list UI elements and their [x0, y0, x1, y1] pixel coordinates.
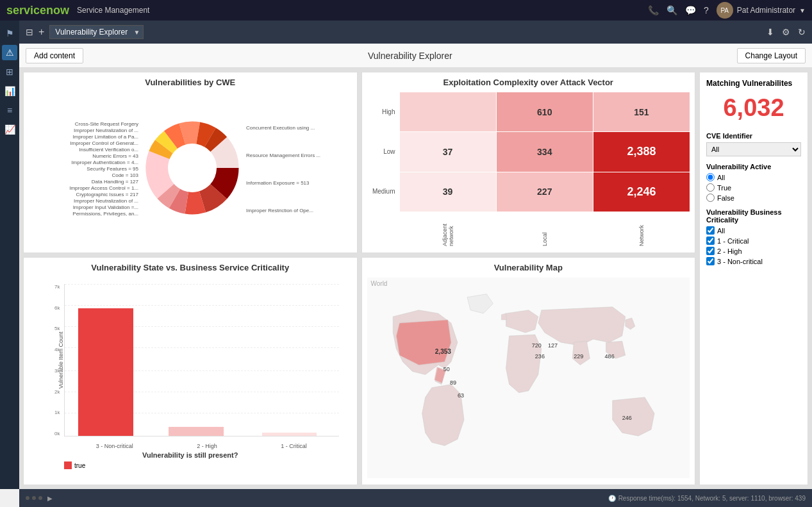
cell-low-net: 2,388: [593, 132, 690, 171]
check-noncritical[interactable]: [706, 257, 715, 265]
bar-chart-plot-area: [64, 284, 339, 436]
sidebar-icon-list[interactable]: ≡: [2, 103, 17, 118]
y-label-low: Low: [367, 148, 395, 155]
cwe-label-7: Improper Authentication = 4...: [29, 160, 138, 165]
radio-true-label[interactable]: True: [706, 183, 801, 192]
heatmap-x-labels: Adjacent network Local Network: [400, 214, 690, 246]
add-tab-icon[interactable]: +: [38, 26, 44, 38]
sidebar-icon-home[interactable]: ⚑: [2, 26, 17, 41]
active-filter-label: Vulnerability Active: [706, 163, 801, 170]
expand-icon[interactable]: ▶: [47, 495, 53, 502]
right-panel: Matching Vulnerabilites 6,032 CVE Identi…: [699, 72, 808, 485]
status-right: 🕐 Response time(ms): 1554, Network: 5, s…: [608, 495, 806, 502]
cwe-right-label-4: Improper Restriction of Ope...: [246, 208, 320, 213]
cwe-chart-body: Cross-Site Request Forgery Improper Neut…: [29, 92, 352, 246]
bar-x-label-3: 1 - Critical: [281, 443, 307, 449]
user-dropdown-icon[interactable]: ▼: [799, 7, 806, 14]
app-title: Service Management: [77, 6, 149, 15]
check-all-label[interactable]: All: [706, 226, 801, 235]
radio-all-label[interactable]: All: [706, 173, 801, 181]
heatmap-y-labels: High Low Medium: [367, 92, 399, 212]
page-title: Vulnerability Explorer: [368, 51, 452, 61]
donut-svg-container: [141, 117, 244, 221]
check-noncritical-label[interactable]: 3 - Non-critical: [706, 257, 801, 265]
cell-med-net: 2,246: [593, 172, 690, 212]
cve-select[interactable]: All: [706, 142, 801, 156]
heatmap-chart-title: Exploitation Complexity over Attack Vect…: [367, 78, 690, 87]
bar-chart-body: Vulnerable Item Count 0k 1k 2k 3k 4k 5k …: [29, 278, 352, 443]
tick-1k: 1k: [54, 410, 60, 415]
cwe-label-5: Insufficient Verification o...: [29, 147, 138, 153]
tick-0k: 0k: [54, 431, 60, 436]
x-label-net: Network: [593, 214, 690, 246]
bar-high: [169, 427, 224, 436]
response-time-text: Response time(ms): 1554, Network: 5, ser…: [618, 495, 806, 502]
map-point-236: 236: [534, 353, 544, 360]
matching-title: Matching Vulnerabilites: [706, 79, 801, 88]
radio-false-label[interactable]: False: [706, 194, 801, 202]
filter-icon[interactable]: ⊟: [26, 27, 33, 37]
add-content-button[interactable]: Add content: [26, 48, 83, 63]
bar-chart-card: Vulnerability State vs. Business Service…: [23, 257, 358, 485]
top-nav: servicenow Service Management 📞 🔍 💬 ? PA…: [0, 0, 812, 21]
radio-false[interactable]: [706, 194, 715, 202]
check-all[interactable]: [706, 226, 715, 235]
sidebar: ⚑ ⚠ ⊞ 📊 ≡ 📈: [0, 21, 19, 489]
logo-service: service: [6, 4, 46, 17]
cell-high-net: 151: [593, 92, 690, 131]
explorer-select[interactable]: Vulnerability Explorer: [49, 25, 144, 39]
cwe-chart-title: Vulnerabilities by CWE: [29, 78, 352, 87]
heatmap-grid-container: High Low Medium 610 151 37 334: [367, 92, 690, 212]
cell-med-adj: 39: [400, 172, 496, 212]
y-label-medium: Medium: [367, 188, 395, 195]
cwe-label-12: Cryptographic Issues = 217: [29, 192, 138, 197]
phone-icon[interactable]: 📞: [648, 5, 659, 15]
change-layout-button[interactable]: Change Layout: [737, 48, 806, 63]
radio-true[interactable]: [706, 183, 715, 192]
cell-high-adj: [400, 92, 496, 131]
help-icon[interactable]: ?: [704, 5, 709, 15]
cwe-label-9: Code = 103: [29, 172, 138, 178]
chat-icon[interactable]: 💬: [685, 5, 696, 15]
user-info[interactable]: PA Pat Administrator ▼: [717, 2, 806, 19]
y-axis-ticks: 0k 1k 2k 3k 4k 5k 6k 7k: [54, 284, 60, 436]
check-critical-label[interactable]: 1 - Critical: [706, 237, 801, 245]
tick-7k: 7k: [54, 284, 60, 290]
dot-2: [32, 496, 36, 500]
check-critical[interactable]: [706, 237, 715, 245]
legend-label: true: [74, 462, 85, 469]
check-critical-text: 1 - Critical: [717, 237, 749, 245]
world-map-svg: 2,353 50 89 63 720 127 236 229 486 246: [367, 278, 690, 478]
radio-all[interactable]: [706, 173, 715, 181]
check-high[interactable]: [706, 247, 715, 255]
sidebar-icon-graph[interactable]: 📈: [2, 122, 17, 137]
settings-icon[interactable]: ⚙: [782, 27, 790, 37]
matching-count: 6,032: [706, 90, 801, 126]
status-bar: ▶ 🕐 Response time(ms): 1554, Network: 5,…: [19, 489, 812, 507]
heatmap-body: High Low Medium 610 151 37 334: [367, 92, 690, 246]
cve-select-wrapper: All: [706, 142, 801, 156]
sidebar-icon-chart[interactable]: 📊: [2, 83, 17, 99]
map-point-486: 486: [604, 353, 614, 360]
search-icon[interactable]: 🔍: [667, 5, 677, 15]
sidebar-icon-warning[interactable]: ⚠: [2, 45, 17, 60]
map-point-720: 720: [531, 342, 541, 349]
cwe-label-13: Improper Neutralization of ...: [29, 198, 138, 204]
cwe-label-3: Improper Limitation of a Pa...: [29, 134, 138, 140]
check-high-label[interactable]: 2 - High: [706, 247, 801, 255]
bar-chart-title: Vulnerability State vs. Business Service…: [29, 263, 352, 272]
sidebar-icon-grid[interactable]: ⊞: [2, 64, 17, 79]
cwe-left-labels: Cross-Site Request Forgery Improper Neut…: [29, 121, 141, 217]
refresh-icon[interactable]: ↻: [798, 27, 806, 37]
criticality-filter-section: Vulnerability Business Criticality All 1…: [706, 208, 801, 265]
cwe-label-15: Permissions, Privileges, an...: [29, 211, 138, 217]
cve-filter-section: CVE Identifier All: [706, 132, 801, 156]
cell-low-adj: 37: [400, 132, 496, 171]
bar-x-label-2: 2 - High: [197, 443, 217, 449]
second-nav: ⊟ + Vulnerability Explorer ⬇ ⚙ ↻: [19, 21, 812, 44]
map-chart-card: Vulnerability Map World: [361, 257, 696, 485]
logo: servicenow Service Management: [6, 4, 149, 17]
y-label-high: High: [367, 108, 395, 115]
bar-legend: true: [64, 461, 352, 469]
download-icon[interactable]: ⬇: [766, 27, 774, 37]
